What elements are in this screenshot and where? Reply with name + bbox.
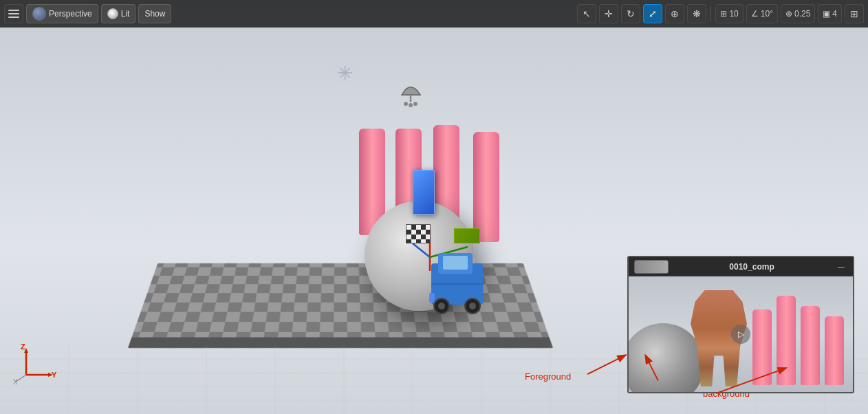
preview-play-button[interactable]: ▷ — [731, 325, 750, 344]
sun-light-icon[interactable]: ✳ — [337, 62, 353, 85]
svg-rect-20 — [429, 293, 435, 303]
svg-point-1 — [404, 102, 408, 106]
axis-indicator: Z Y X — [12, 344, 57, 385]
svg-rect-14 — [443, 256, 468, 270]
svg-text:Z: Z — [21, 344, 25, 351]
camera-button[interactable]: ▣ 4 — [818, 4, 842, 23]
angle-value: 10° — [761, 9, 773, 19]
sphere-icon — [32, 7, 46, 21]
menu-button[interactable] — [4, 4, 23, 23]
angle-button[interactable]: ∠ 10° — [746, 4, 778, 23]
preview-title: 0010_comp — [729, 262, 774, 272]
lamp-svg — [392, 76, 430, 113]
svg-text:X: X — [13, 378, 18, 385]
world-tool-button[interactable]: ❋ — [687, 4, 706, 23]
main-viewport: Perspective Lit Show ↖ ✛ ↻ ⤢ ⊕ ❋ — [0, 0, 868, 414]
angle-icon: ∠ — [751, 9, 759, 19]
svg-point-18 — [469, 303, 476, 309]
top-toolbar: Perspective Lit Show ↖ ✛ ↻ ⤢ ⊕ ❋ — [0, 0, 868, 28]
perspective-label: Perspective — [49, 9, 92, 19]
scene-content: ✳ — [0, 28, 868, 414]
move-tool-button[interactable]: ✛ — [599, 4, 618, 23]
camera-value: 4 — [832, 9, 837, 19]
show-button[interactable]: Show — [138, 4, 171, 23]
preview-window: 0010_comp ─ ▷ — [627, 256, 854, 393]
scale-tool-button[interactable]: ⤢ — [643, 4, 662, 23]
checker-cube — [406, 224, 431, 243]
grid-icon: ⊞ — [720, 9, 727, 19]
lamp-light-icon[interactable] — [392, 76, 430, 120]
svg-point-3 — [413, 102, 417, 106]
snap-icon: ⊕ — [785, 9, 792, 19]
rotate-tool-button[interactable]: ↻ — [621, 4, 640, 23]
blue-vehicle — [428, 246, 490, 315]
separator-1 — [710, 6, 711, 22]
cylinder-4 — [473, 132, 499, 242]
blue-column[interactable] — [413, 170, 435, 215]
layout-button[interactable]: ⊞ — [845, 4, 864, 23]
green-box — [454, 228, 480, 243]
preview-content: ▷ — [629, 276, 853, 392]
preview-cylinder-1 — [752, 309, 772, 385]
svg-point-2 — [409, 103, 413, 107]
preview-minimize-button[interactable]: ─ — [835, 261, 847, 272]
toolbar-right: ↖ ✛ ↻ ⤢ ⊕ ❋ ⊞ 10 ∠ 10° ⊕ — [577, 4, 864, 23]
camera-icon: ▣ — [823, 9, 830, 19]
checkerboard-platform — [117, 255, 564, 359]
preview-cylinder-4 — [825, 316, 844, 385]
snap-button[interactable]: ⊕ 0.25 — [781, 4, 815, 23]
snap-value: 0.25 — [794, 9, 810, 19]
transform-tool-button[interactable]: ⊕ — [665, 4, 684, 23]
grid-value: 10 — [729, 9, 738, 19]
preview-cylinder-2 — [777, 296, 796, 385]
svg-point-16 — [438, 303, 445, 309]
lit-button[interactable]: Lit — [101, 4, 136, 23]
lit-icon — [107, 8, 118, 19]
perspective-button[interactable]: Perspective — [26, 4, 98, 23]
preview-thumbnail[interactable] — [634, 260, 669, 274]
hamburger-icon — [6, 7, 22, 21]
preview-titlebar: 0010_comp ─ — [629, 257, 853, 276]
grid-button[interactable]: ⊞ 10 — [715, 4, 743, 23]
preview-cylinder-3 — [801, 306, 820, 385]
svg-text:Y: Y — [52, 371, 57, 379]
lit-label: Lit — [121, 9, 130, 19]
show-label: Show — [144, 9, 165, 19]
select-tool-button[interactable]: ↖ — [577, 4, 596, 23]
